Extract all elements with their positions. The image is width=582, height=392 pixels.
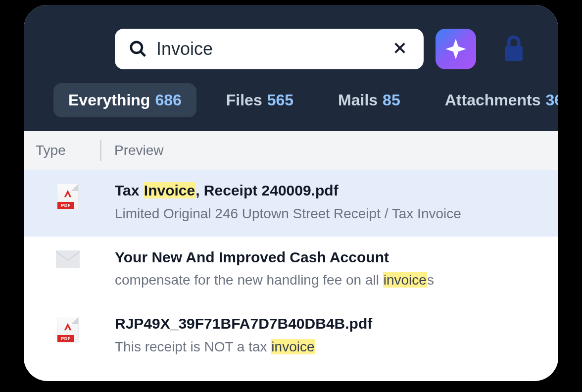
filter-tabs: Everything686Files565Mails85Attachments3… bbox=[48, 83, 534, 117]
lock-icon bbox=[502, 34, 526, 62]
search-row bbox=[48, 29, 534, 69]
svg-line-1 bbox=[141, 51, 146, 56]
clear-search-button[interactable] bbox=[390, 38, 410, 60]
result-title: RJP49X_39F71BFA7D7B40DB4B.pdf bbox=[115, 314, 546, 334]
result-row[interactable]: Your New And Improved Cash Accountcompen… bbox=[24, 237, 558, 303]
result-icon-cell: PDF bbox=[36, 181, 100, 209]
sparkle-icon bbox=[443, 37, 468, 61]
tab-label: Everything bbox=[68, 91, 150, 109]
svg-point-0 bbox=[131, 42, 142, 53]
ai-sparkle-button[interactable] bbox=[436, 29, 476, 69]
result-icon-cell bbox=[36, 247, 100, 270]
tab-label: Attachments bbox=[445, 91, 541, 109]
pdf-file-icon: PDF bbox=[57, 184, 79, 209]
column-divider bbox=[100, 140, 101, 161]
tab-label: Mails bbox=[338, 91, 378, 109]
result-title: Your New And Improved Cash Account bbox=[115, 247, 546, 268]
result-preview: Limited Original 246 Uptown Street Recei… bbox=[115, 204, 546, 223]
result-row[interactable]: PDFRJP49X_39F71BFA7D7B40DB4B.pdfThis rec… bbox=[24, 303, 558, 370]
tab-everything[interactable]: Everything686 bbox=[53, 83, 196, 117]
tab-attachments[interactable]: Attachments36 bbox=[430, 83, 558, 117]
search-input[interactable] bbox=[156, 39, 381, 59]
tab-count: 36 bbox=[546, 91, 558, 109]
app-header: Everything686Files565Mails85Attachments3… bbox=[24, 5, 558, 131]
tab-label: Files bbox=[226, 91, 262, 109]
tab-count: 686 bbox=[155, 91, 181, 109]
search-box[interactable] bbox=[115, 29, 424, 69]
result-title: Tax Invoice, Receipt 240009.pdf bbox=[115, 181, 546, 201]
column-header-type[interactable]: Type bbox=[36, 143, 100, 158]
results-list: PDFTax Invoice, Receipt 240009.pdfLimite… bbox=[24, 170, 558, 370]
search-app-window: Everything686Files565Mails85Attachments3… bbox=[24, 5, 558, 381]
close-icon bbox=[392, 40, 408, 56]
svg-rect-5 bbox=[56, 250, 80, 268]
tab-count: 565 bbox=[267, 91, 293, 109]
column-headers: Type Preview bbox=[24, 131, 558, 170]
search-icon bbox=[129, 40, 147, 58]
svg-rect-4 bbox=[505, 46, 523, 61]
result-content: Tax Invoice, Receipt 240009.pdfLimited O… bbox=[100, 181, 546, 223]
pdf-file-icon: PDF bbox=[57, 317, 79, 343]
column-header-preview[interactable]: Preview bbox=[114, 143, 164, 158]
tab-files[interactable]: Files565 bbox=[211, 83, 308, 117]
tab-count: 85 bbox=[383, 91, 400, 109]
result-preview: compensate for the new handling fee on a… bbox=[115, 270, 546, 290]
result-row[interactable]: PDFTax Invoice, Receipt 240009.pdfLimite… bbox=[24, 170, 558, 237]
mail-icon bbox=[56, 250, 80, 270]
lock-button[interactable] bbox=[502, 34, 526, 64]
result-content: Your New And Improved Cash Accountcompen… bbox=[100, 247, 546, 290]
result-preview: This receipt is NOT a tax invoice bbox=[115, 337, 546, 356]
result-content: RJP49X_39F71BFA7D7B40DB4B.pdfThis receip… bbox=[100, 314, 546, 356]
result-icon-cell: PDF bbox=[36, 314, 100, 343]
tab-mails[interactable]: Mails85 bbox=[323, 83, 415, 117]
